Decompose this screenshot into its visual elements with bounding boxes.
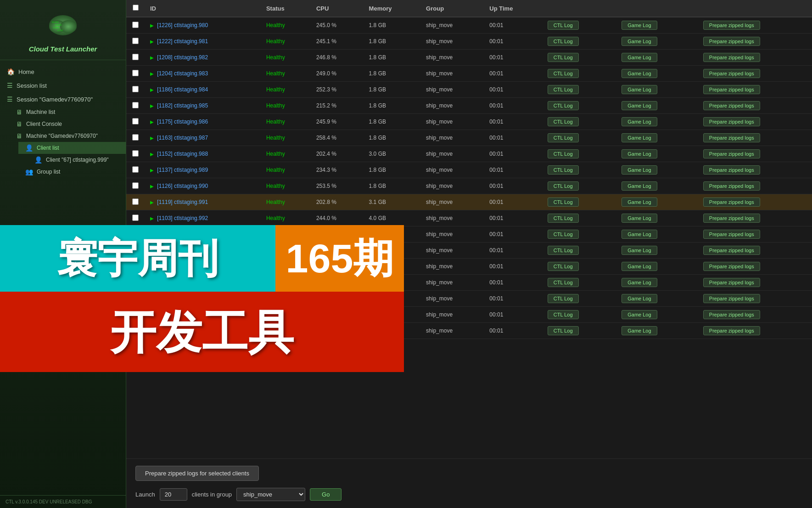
game-log-button[interactable]: Game Log xyxy=(622,262,657,271)
sidebar-item-client-list[interactable]: 👤 Client list xyxy=(18,142,126,154)
ctl-log-button[interactable]: CTL Log xyxy=(548,214,579,223)
row-game-log-cell[interactable]: Game Log xyxy=(616,226,698,243)
sidebar-item-machine-list[interactable]: 🖥 Machine list xyxy=(9,106,126,118)
row-checkbox-cell[interactable] xyxy=(126,66,145,82)
row-game-log-cell[interactable]: Game Log xyxy=(616,114,698,130)
row-prepare-cell[interactable]: Prepare zipped logs xyxy=(698,162,812,178)
row-game-log-cell[interactable]: Game Log xyxy=(616,162,698,178)
game-log-button[interactable]: Game Log xyxy=(622,310,657,319)
prepare-zip-button[interactable]: Prepare zipped logs xyxy=(703,198,760,207)
row-game-log-cell[interactable]: Game Log xyxy=(616,275,698,291)
row-checkbox-cell[interactable] xyxy=(126,17,145,34)
row-checkbox-cell[interactable] xyxy=(126,259,145,275)
prepare-selected-button[interactable]: Prepare zipped logs for selected clients xyxy=(135,466,259,481)
row-checkbox-cell[interactable] xyxy=(126,162,145,178)
row-checkbox[interactable] xyxy=(132,166,139,173)
row-id[interactable]: ▶ [1096] ctlstaging.993 xyxy=(145,226,261,243)
client-id-link[interactable]: [1096] ctlstaging.993 xyxy=(157,231,208,237)
ctl-log-button[interactable]: CTL Log xyxy=(548,181,579,191)
prepare-zip-button[interactable]: Prepare zipped logs xyxy=(703,133,760,142)
row-prepare-cell[interactable]: Prepare zipped logs xyxy=(698,194,812,210)
row-game-log-cell[interactable]: Game Log xyxy=(616,210,698,226)
row-prepare-cell[interactable]: Prepare zipped logs xyxy=(698,259,812,275)
row-id[interactable]: ▶ [1067] ctlstaging.997 xyxy=(145,291,261,307)
row-ctl-log-cell[interactable]: CTL Log xyxy=(542,226,616,243)
row-checkbox[interactable] xyxy=(132,54,139,60)
row-game-log-cell[interactable]: Game Log xyxy=(616,130,698,146)
row-checkbox[interactable] xyxy=(132,86,139,92)
row-id[interactable]: ▶ [1103] ctlstaging.992 xyxy=(145,210,261,226)
row-ctl-log-cell[interactable]: CTL Log xyxy=(542,291,616,307)
game-log-button[interactable]: Game Log xyxy=(622,21,657,30)
row-ctl-log-cell[interactable]: CTL Log xyxy=(542,307,616,323)
prepare-zip-button[interactable]: Prepare zipped logs xyxy=(703,21,760,30)
client-id-link[interactable]: [1137] ctlstaging.989 xyxy=(157,167,208,173)
header-checkbox[interactable] xyxy=(126,0,145,17)
prepare-zip-button[interactable]: Prepare zipped logs xyxy=(703,117,760,126)
prepare-zip-button[interactable]: Prepare zipped logs xyxy=(703,149,760,158)
game-log-button[interactable]: Game Log xyxy=(622,181,657,191)
row-checkbox[interactable] xyxy=(132,198,139,205)
row-ctl-log-cell[interactable]: CTL Log xyxy=(542,259,616,275)
row-checkbox-cell[interactable] xyxy=(126,323,145,339)
ctl-log-button[interactable]: CTL Log xyxy=(548,278,579,287)
client-id-link[interactable]: [1222] ctlstaging.981 xyxy=(157,38,208,45)
row-checkbox-cell[interactable] xyxy=(126,82,145,98)
row-ctl-log-cell[interactable]: CTL Log xyxy=(542,178,616,194)
select-all-checkbox[interactable] xyxy=(133,5,139,11)
game-log-button[interactable]: Game Log xyxy=(622,278,657,287)
row-checkbox[interactable] xyxy=(132,70,139,76)
row-checkbox-cell[interactable] xyxy=(126,194,145,210)
row-id[interactable]: ▶ [1226] ctlstaging.980 xyxy=(145,17,261,34)
client-id-link[interactable]: [1082] ctlstaging.995 xyxy=(157,263,208,270)
prepare-zip-button[interactable]: Prepare zipped logs xyxy=(703,230,760,239)
ctl-log-button[interactable]: CTL Log xyxy=(548,246,579,255)
row-ctl-log-cell[interactable]: CTL Log xyxy=(542,130,616,146)
row-checkbox[interactable] xyxy=(132,22,139,28)
row-ctl-log-cell[interactable]: CTL Log xyxy=(542,114,616,130)
row-checkbox[interactable] xyxy=(132,38,139,44)
row-id[interactable]: ▶ [1082] ctlstaging.995 xyxy=(145,259,261,275)
row-prepare-cell[interactable]: Prepare zipped logs xyxy=(698,178,812,194)
game-log-button[interactable]: Game Log xyxy=(622,246,657,255)
row-checkbox[interactable] xyxy=(132,263,139,269)
row-prepare-cell[interactable]: Prepare zipped logs xyxy=(698,114,812,130)
row-ctl-log-cell[interactable]: CTL Log xyxy=(542,210,616,226)
ctl-log-button[interactable]: CTL Log xyxy=(548,133,579,142)
ctl-log-button[interactable]: CTL Log xyxy=(548,149,579,158)
client-id-link[interactable]: [1067] ctlstaging.997 xyxy=(157,295,208,302)
ctl-log-button[interactable]: CTL Log xyxy=(548,326,579,335)
row-ctl-log-cell[interactable]: CTL Log xyxy=(542,275,616,291)
prepare-zip-button[interactable]: Prepare zipped logs xyxy=(703,101,760,110)
row-prepare-cell[interactable]: Prepare zipped logs xyxy=(698,243,812,259)
row-game-log-cell[interactable]: Game Log xyxy=(616,50,698,66)
ctl-log-button[interactable]: CTL Log xyxy=(548,69,579,78)
row-game-log-cell[interactable]: Game Log xyxy=(616,66,698,82)
row-prepare-cell[interactable]: Prepare zipped logs xyxy=(698,98,812,114)
row-checkbox-cell[interactable] xyxy=(126,98,145,114)
row-checkbox[interactable] xyxy=(132,295,139,301)
row-id[interactable]: ▶ [1222] ctlstaging.981 xyxy=(145,34,261,50)
row-ctl-log-cell[interactable]: CTL Log xyxy=(542,243,616,259)
row-prepare-cell[interactable]: Prepare zipped logs xyxy=(698,323,812,339)
game-log-button[interactable]: Game Log xyxy=(622,214,657,223)
row-id[interactable]: ▶ [1208] ctlstaging.982 xyxy=(145,50,261,66)
client-id-link[interactable]: [1119] ctlstaging.991 xyxy=(157,199,208,205)
ctl-log-button[interactable]: CTL Log xyxy=(548,310,579,319)
game-log-button[interactable]: Game Log xyxy=(622,165,657,175)
row-checkbox[interactable] xyxy=(132,182,139,189)
row-game-log-cell[interactable]: Game Log xyxy=(616,178,698,194)
row-game-log-cell[interactable]: Game Log xyxy=(616,82,698,98)
row-id[interactable]: ▶ [1186] ctlstaging.984 xyxy=(145,82,261,98)
row-game-log-cell[interactable]: Game Log xyxy=(616,194,698,210)
client-id-link[interactable]: [1054] ctlstaging.999 xyxy=(157,327,208,334)
client-id-link[interactable]: [1182] ctlstaging.985 xyxy=(157,102,208,109)
game-log-button[interactable]: Game Log xyxy=(622,294,657,303)
prepare-zip-button[interactable]: Prepare zipped logs xyxy=(703,181,760,191)
ctl-log-button[interactable]: CTL Log xyxy=(548,101,579,110)
row-checkbox-cell[interactable] xyxy=(126,275,145,291)
prepare-zip-button[interactable]: Prepare zipped logs xyxy=(703,53,760,62)
row-checkbox-cell[interactable] xyxy=(126,243,145,259)
row-checkbox-cell[interactable] xyxy=(126,34,145,50)
client-id-link[interactable]: [1152] ctlstaging.988 xyxy=(157,151,208,157)
